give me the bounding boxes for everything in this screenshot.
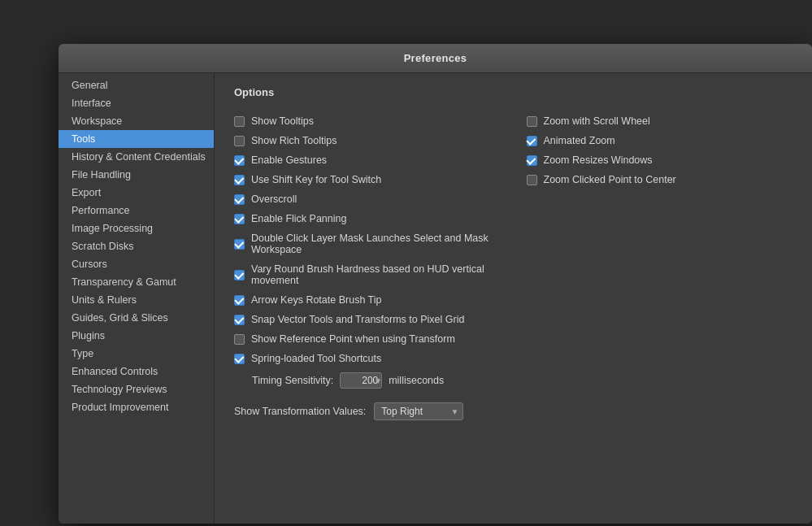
checkbox-zoom-scroll-wheel[interactable] <box>527 116 537 127</box>
sidebar-item-performance[interactable]: Performance <box>59 202 214 220</box>
checkbox-row-snap-vector-tools: Snap Vector Tools and Transforms to Pixe… <box>234 310 501 329</box>
label-show-rich-tooltips: Show Rich Tooltips <box>251 135 337 146</box>
options-grid: Show TooltipsZoom with Scroll WheelShow … <box>234 111 792 393</box>
checkbox-vary-round-brush[interactable] <box>234 270 245 280</box>
title-bar: Preferences <box>59 44 812 73</box>
sidebar-item-guides-grid-slices[interactable]: Guides, Grid & Slices <box>59 309 214 327</box>
checkbox-row-arrow-keys-rotate: Arrow Keys Rotate Brush Tip <box>234 290 501 310</box>
label-show-tooltips: Show Tooltips <box>251 115 314 127</box>
checkbox-row-enable-flick-panning: Enable Flick Panning <box>234 209 501 228</box>
transform-select[interactable]: Top RightTop LeftBottom RightBottom Left… <box>374 402 463 420</box>
label-zoom-scroll-wheel: Zoom with Scroll Wheel <box>544 115 650 127</box>
section-title: Options <box>234 86 792 100</box>
sidebar-item-export[interactable]: Export <box>59 184 214 202</box>
label-snap-vector-tools: Snap Vector Tools and Transforms to Pixe… <box>251 314 464 325</box>
sidebar-item-transparency-gamut[interactable]: Transparency & Gamut <box>59 273 214 291</box>
sidebar-item-history-content-credentials[interactable]: History & Content Credentials <box>59 148 214 166</box>
label-use-shift-key: Use Shift Key for Tool Switch <box>251 174 381 185</box>
label-enable-flick-panning: Enable Flick Panning <box>251 213 346 224</box>
checkbox-row-show-tooltips: Show Tooltips <box>234 111 501 131</box>
sidebar-item-general[interactable]: General <box>59 76 214 94</box>
label-arrow-keys-rotate: Arrow Keys Rotate Brush Tip <box>251 294 381 306</box>
checkbox-use-shift-key[interactable] <box>234 175 245 185</box>
timing-unit: milliseconds <box>389 375 444 386</box>
checkbox-row-show-reference-point: Show Reference Point when using Transfor… <box>234 329 501 349</box>
checkbox-row-overscroll: Overscroll <box>234 189 501 209</box>
checkbox-spring-loaded-tool[interactable] <box>234 354 245 364</box>
checkbox-animated-zoom[interactable] <box>527 136 537 146</box>
checkbox-row-show-rich-tooltips: Show Rich Tooltips <box>234 131 501 150</box>
label-show-reference-point: Show Reference Point when using Transfor… <box>251 333 455 345</box>
checkbox-row-zoom-scroll-wheel: Zoom with Scroll Wheel <box>527 111 793 131</box>
sidebar-item-workspace[interactable]: Workspace <box>59 112 214 130</box>
sidebar-item-product-improvement[interactable]: Product Improvement <box>59 398 214 416</box>
checkbox-enable-gestures[interactable] <box>234 155 245 166</box>
sidebar-item-units-rulers[interactable]: Units & Rulers <box>59 291 214 309</box>
label-spring-loaded-tool: Spring-loaded Tool Shortcuts <box>251 353 381 364</box>
sidebar: GeneralInterfaceWorkspaceToolsHistory & … <box>59 73 215 524</box>
checkbox-row-enable-gestures: Enable Gestures <box>234 150 501 170</box>
main-content: Options Show TooltipsZoom with Scroll Wh… <box>215 73 812 524</box>
sidebar-item-technology-previews[interactable]: Technology Previews <box>59 380 214 398</box>
checkbox-row-zoom-clicked-point: Zoom Clicked Point to Center <box>527 170 793 189</box>
transform-row: Show Transformation Values: Top RightTop… <box>234 393 792 424</box>
sidebar-item-image-processing[interactable]: Image Processing <box>59 220 214 237</box>
sidebar-item-scratch-disks[interactable]: Scratch Disks <box>59 237 214 255</box>
transform-select-wrapper: Top RightTop LeftBottom RightBottom Left… <box>374 402 463 420</box>
label-double-click-layer: Double Click Layer Mask Launches Select … <box>251 233 501 255</box>
sidebar-item-interface[interactable]: Interface <box>59 94 214 112</box>
sidebar-item-enhanced-controls[interactable]: Enhanced Controls <box>59 363 214 380</box>
timing-input[interactable] <box>340 372 382 389</box>
checkbox-show-rich-tooltips[interactable] <box>234 136 245 146</box>
checkbox-row-spring-loaded-tool: Spring-loaded Tool Shortcuts <box>234 349 501 368</box>
sidebar-item-type[interactable]: Type <box>59 345 214 363</box>
label-enable-gestures: Enable Gestures <box>251 154 327 166</box>
checkbox-arrow-keys-rotate[interactable] <box>234 295 245 306</box>
checkbox-row-animated-zoom: Animated Zoom <box>527 131 793 150</box>
transform-label: Show Transformation Values: <box>234 406 366 417</box>
checkbox-zoom-resizes-windows[interactable] <box>527 155 537 166</box>
preferences-window: Preferences GeneralInterfaceWorkspaceToo… <box>59 44 812 524</box>
label-overscroll: Overscroll <box>251 193 297 205</box>
checkbox-zoom-clicked-point[interactable] <box>527 175 537 185</box>
checkbox-show-reference-point[interactable] <box>234 334 245 345</box>
checkbox-snap-vector-tools[interactable] <box>234 315 245 325</box>
sidebar-item-file-handling[interactable]: File Handling <box>59 166 214 184</box>
checkbox-overscroll[interactable] <box>234 194 245 205</box>
label-zoom-clicked-point: Zoom Clicked Point to Center <box>544 174 676 185</box>
sidebar-item-tools[interactable]: Tools <box>59 130 214 148</box>
checkbox-row-zoom-resizes-windows: Zoom Resizes Windows <box>527 150 793 170</box>
checkbox-enable-flick-panning[interactable] <box>234 214 245 224</box>
timing-row: Timing Sensitivity:▼milliseconds <box>234 368 792 393</box>
checkbox-row-vary-round-brush: Vary Round Brush Hardness based on HUD v… <box>234 259 501 290</box>
checkbox-row-double-click-layer: Double Click Layer Mask Launches Select … <box>234 228 501 259</box>
checkbox-double-click-layer[interactable] <box>234 239 245 250</box>
timing-label: Timing Sensitivity: <box>252 375 333 386</box>
checkbox-show-tooltips[interactable] <box>234 116 245 127</box>
label-animated-zoom: Animated Zoom <box>544 135 615 146</box>
checkbox-row-use-shift-key: Use Shift Key for Tool Switch <box>234 170 501 189</box>
window-title: Preferences <box>404 52 467 64</box>
label-vary-round-brush: Vary Round Brush Hardness based on HUD v… <box>251 263 501 286</box>
label-zoom-resizes-windows: Zoom Resizes Windows <box>544 154 653 166</box>
window-body: GeneralInterfaceWorkspaceToolsHistory & … <box>59 73 812 524</box>
sidebar-item-plugins[interactable]: Plugins <box>59 327 214 345</box>
sidebar-item-cursors[interactable]: Cursors <box>59 255 214 273</box>
